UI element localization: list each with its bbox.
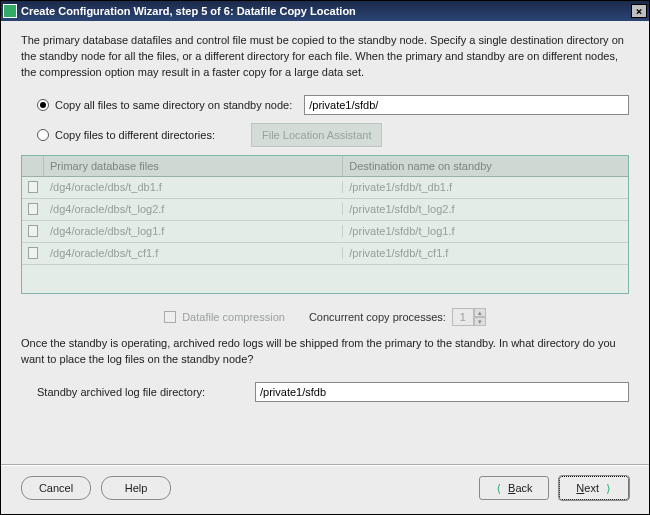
file-table: Primary database files Destination name … (21, 155, 629, 294)
back-label: Back (508, 482, 532, 494)
row-src: /dg4/oracle/dbs/t_cf1.f (44, 247, 343, 259)
radio-same-dir[interactable] (37, 99, 49, 111)
standby-log-row: Standby archived log file directory: (37, 382, 629, 402)
table-row[interactable]: /dg4/oracle/dbs/t_db1.f /private1/sfdb/t… (22, 177, 628, 199)
intro-text: The primary database datafiles and contr… (21, 33, 629, 81)
spinner-up-icon: ▴ (474, 308, 486, 317)
row-src: /dg4/oracle/dbs/t_log1.f (44, 225, 343, 237)
table-header: Primary database files Destination name … (22, 156, 628, 177)
processes-label: Concurrent copy processes: (309, 311, 446, 323)
standby-log-input[interactable] (255, 382, 629, 402)
content-area: The primary database datafiles and contr… (1, 21, 649, 464)
same-dir-input[interactable] (304, 95, 629, 115)
window-title: Create Configuration Wizard, step 5 of 6… (21, 5, 356, 17)
table-row[interactable]: /dg4/oracle/dbs/t_log1.f /private1/sfdb/… (22, 221, 628, 243)
table-header-destination: Destination name on standby (343, 156, 628, 176)
title-bar[interactable]: Create Configuration Wizard, step 5 of 6… (1, 1, 649, 21)
wizard-window: Create Configuration Wizard, step 5 of 6… (0, 0, 650, 515)
next-button[interactable]: Next ⟩ (559, 476, 629, 500)
options-row: Datafile compression Concurrent copy pro… (21, 308, 629, 326)
table-empty-space (22, 265, 628, 293)
datafile-icon (28, 181, 38, 193)
app-icon (3, 4, 17, 18)
close-button[interactable]: × (631, 4, 647, 18)
radio-diff-dir-label: Copy files to different directories: (55, 129, 245, 141)
compress-label: Datafile compression (182, 311, 285, 323)
processes-input (452, 308, 474, 326)
controlfile-icon (28, 247, 38, 259)
logfile-icon (28, 225, 38, 237)
table-header-primary: Primary database files (44, 156, 343, 176)
back-button[interactable]: ⟨ Back (479, 476, 549, 500)
cancel-button[interactable]: Cancel (21, 476, 91, 500)
chevron-right-icon: ⟩ (605, 482, 612, 495)
spinner-down-icon: ▾ (474, 317, 486, 326)
help-button[interactable]: Help (101, 476, 171, 500)
compress-checkbox (164, 311, 176, 323)
radio-diff-dir[interactable] (37, 129, 49, 141)
processes-spinner: ▴ ▾ (452, 308, 486, 326)
compress-option: Datafile compression (164, 311, 285, 323)
radio-same-dir-label: Copy all files to same directory on stan… (55, 99, 292, 111)
logfile-icon (28, 203, 38, 215)
file-location-assistant-button: File Location Assistant (251, 123, 382, 147)
option-same-directory[interactable]: Copy all files to same directory on stan… (37, 95, 629, 115)
standby-intro-text: Once the standby is operating, archived … (21, 336, 629, 368)
row-src: /dg4/oracle/dbs/t_log2.f (44, 203, 343, 215)
standby-log-label: Standby archived log file directory: (37, 386, 247, 398)
table-body: /dg4/oracle/dbs/t_db1.f /private1/sfdb/t… (22, 177, 628, 293)
option-diff-directories[interactable]: Copy files to different directories: Fil… (37, 123, 629, 147)
next-label: Next (576, 482, 599, 494)
chevron-left-icon: ⟨ (495, 482, 502, 495)
row-dst: /private1/sfdb/t_cf1.f (343, 247, 628, 259)
button-bar: Cancel Help ⟨ Back Next ⟩ (1, 464, 649, 514)
row-src: /dg4/oracle/dbs/t_db1.f (44, 181, 343, 193)
table-row[interactable]: /dg4/oracle/dbs/t_cf1.f /private1/sfdb/t… (22, 243, 628, 265)
table-row[interactable]: /dg4/oracle/dbs/t_log2.f /private1/sfdb/… (22, 199, 628, 221)
row-dst: /private1/sfdb/t_db1.f (343, 181, 628, 193)
row-dst: /private1/sfdb/t_log1.f (343, 225, 628, 237)
table-header-icon (22, 156, 44, 176)
row-dst: /private1/sfdb/t_log2.f (343, 203, 628, 215)
